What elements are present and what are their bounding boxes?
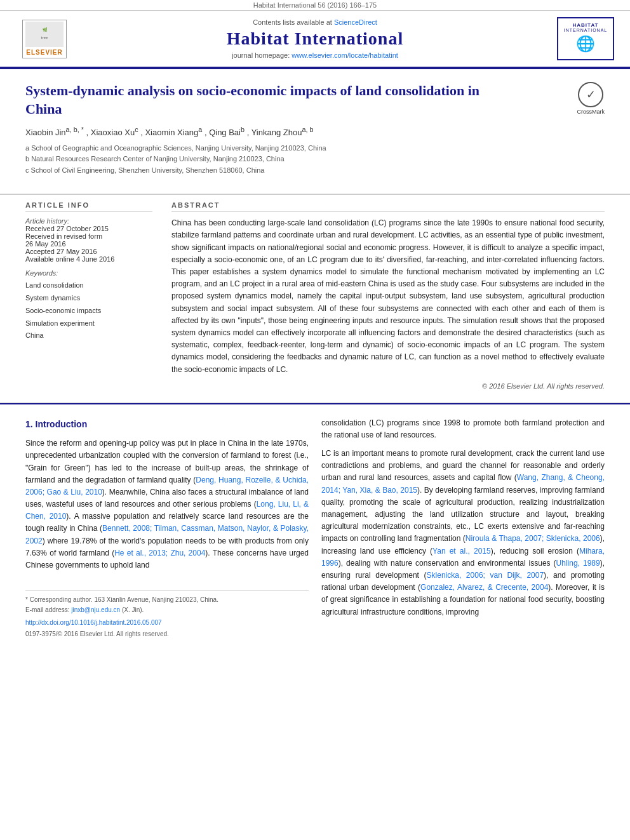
author-zhou-sup: a, b: [302, 126, 313, 133]
author-jin: Xiaobin Jin: [25, 128, 66, 138]
affiliation-b: b Natural Resources Research Center of N…: [25, 154, 577, 165]
footnote-email-link[interactable]: jinxb@nju.edu.cn: [71, 606, 120, 613]
author-jin-sup: a, b, *: [66, 126, 84, 133]
contents-available: Contents lists available at ScienceDirec…: [76, 18, 554, 26]
intro-paragraph-1: Since the reform and opening-up policy w…: [25, 437, 309, 571]
article-info-heading: ARTICLE INFO: [25, 201, 152, 212]
right-ref-2[interactable]: Niroula & Thapa, 2007; Sklenicka, 2006: [466, 534, 600, 543]
issn-line: 0197-3975/© 2016 Elsevier Ltd. All right…: [25, 629, 309, 639]
article-history-group: Article history: Received 27 October 201…: [25, 217, 152, 263]
habitat-logo-area: HABITAT INTERNATIONAL 🌐: [554, 17, 617, 60]
article-info-abstract-section: ARTICLE INFO Article history: Received 2…: [0, 195, 630, 403]
abstract-heading: ABSTRACT: [171, 201, 605, 212]
right-para-1: consolidation (LC) programs since 1998 t…: [321, 417, 605, 441]
habitat-globe-icon: 🌐: [562, 35, 609, 53]
footnote-corresponding: * Corresponding author. 163 Xianlin Aven…: [25, 595, 309, 605]
journal-header-center: Contents lists available at ScienceDirec…: [76, 18, 554, 59]
intro-ref-4[interactable]: He et al., 2013; Zhu, 2004: [114, 549, 205, 557]
keyword-5: China: [25, 330, 152, 342]
footnote-area: * Corresponding author. 163 Xianlin Aven…: [25, 590, 309, 639]
right-ref-3[interactable]: Yan et al., 2015: [432, 547, 491, 556]
right-ref-5[interactable]: Uhling, 1989: [556, 559, 600, 568]
revised-label: Received in revised form: [25, 232, 152, 240]
footnote-email-line: E-mail address: jinxb@nju.edu.cn (X. Jin…: [25, 605, 309, 615]
elsevier-logo-box: 🌿 tree ELSEVIER: [22, 20, 67, 58]
keyword-3: Socio-economic impacts: [25, 305, 152, 317]
keyword-4: Simulation experiment: [25, 317, 152, 330]
intro-heading: 1. Introduction: [25, 417, 309, 431]
journal-url-link[interactable]: www.elsevier.com/locate/habitatint: [292, 51, 398, 59]
habitat-logo-box: HABITAT INTERNATIONAL 🌐: [557, 17, 614, 60]
authors-line: Xiaobin Jina, b, * , Xiaoxiao Xuc , Xiao…: [25, 126, 577, 137]
journal-header: 🌿 tree ELSEVIER Contents lists available…: [0, 11, 630, 68]
habitat-subtitle: INTERNATIONAL: [562, 28, 609, 32]
journal-title: Habitat International: [76, 29, 554, 49]
doi-line: http://dx.doi.org/10.1016/j.habitatint.2…: [25, 618, 309, 628]
author-xu: , Xiaoxiao Xu: [86, 128, 135, 138]
online-date: Available online 4 June 2016: [25, 255, 152, 263]
article-info-panel: ARTICLE INFO Article history: Received 2…: [25, 201, 152, 389]
author-bai: , Qing Bai: [204, 128, 241, 138]
keywords-label: Keywords:: [25, 269, 152, 277]
elsevier-logo-image: 🌿 tree: [25, 22, 64, 47]
right-text-2e: ), dealing with nature conservation and …: [338, 559, 556, 568]
right-text-2d: ), reducing soil erosion (: [491, 547, 579, 556]
received-date: Received 27 October 2015: [25, 225, 152, 232]
svg-text:🌿: 🌿: [43, 27, 48, 32]
author-zhou: , Yinkang Zhou: [247, 128, 302, 138]
keywords-section: Keywords: Land consolidation System dyna…: [25, 269, 152, 342]
abstract-panel: ABSTRACT China has been conducting large…: [171, 201, 605, 389]
habitat-title: HABITAT: [562, 22, 609, 28]
affiliation-a: a School of Geographic and Oceanographic…: [25, 143, 577, 154]
article-title: System-dynamic analysis on socio-economi…: [25, 82, 502, 118]
accepted-date: Accepted 27 May 2016: [25, 248, 152, 255]
footnote-email-label: E-mail address:: [25, 606, 69, 613]
author-xiang: , Xiaomin Xiang: [140, 128, 198, 138]
keywords-list: Land consolidation System dynamics Socio…: [25, 279, 152, 342]
sciencedirect-link[interactable]: ScienceDirect: [334, 18, 377, 26]
crossmark-area: ✓ CrossMark: [577, 82, 605, 115]
right-para-2: LC is an important means to promote rura…: [321, 448, 605, 618]
body-section: 1. Introduction Since the reform and ope…: [0, 404, 630, 652]
author-bai-sup: b: [241, 126, 245, 133]
body-left-column: 1. Introduction Since the reform and ope…: [25, 417, 309, 639]
revised-date: 26 May 2016: [25, 240, 152, 248]
crossmark-icon: ✓: [578, 82, 603, 107]
copyright-line: © 2016 Elsevier Ltd. All rights reserved…: [171, 382, 605, 390]
affiliation-c: c School of Civil Engineering, Shenzhen …: [25, 165, 577, 177]
journal-homepage: journal homepage: www.elsevier.com/locat…: [76, 51, 554, 59]
doi-link[interactable]: http://dx.doi.org/10.1016/j.habitatint.2…: [25, 619, 162, 626]
crossmark-label: CrossMark: [577, 109, 605, 115]
abstract-text: China has been conducting large-scale la…: [171, 217, 605, 375]
author-xu-sup: c: [135, 126, 138, 133]
body-right-column: consolidation (LC) programs since 1998 t…: [321, 417, 605, 639]
affiliations: a School of Geographic and Oceanographic…: [25, 143, 577, 177]
svg-rect-0: [27, 22, 62, 46]
elsevier-logo-area: 🌿 tree ELSEVIER: [13, 20, 76, 58]
article-history-label: Article history:: [25, 217, 152, 225]
right-ref-7[interactable]: Gonzalez, Alvarez, & Crecente, 2004: [420, 583, 548, 592]
article-title-section: System-dynamic analysis on socio-economi…: [0, 69, 630, 194]
pub-info-bar: Habitat International 56 (2016) 166–175: [0, 0, 630, 11]
pub-info-text: Habitat International 56 (2016) 166–175: [253, 1, 377, 9]
elsevier-text: ELSEVIER: [25, 48, 64, 57]
right-ref-6[interactable]: Sklenicka, 2006; van Dijk, 2007: [427, 571, 544, 580]
author-xiang-sup: a: [198, 126, 202, 133]
footnote-email-suffix: (X. Jin).: [122, 606, 144, 613]
svg-text:tree: tree: [41, 36, 48, 39]
keyword-2: System dynamics: [25, 292, 152, 305]
keyword-1: Land consolidation: [25, 279, 152, 292]
